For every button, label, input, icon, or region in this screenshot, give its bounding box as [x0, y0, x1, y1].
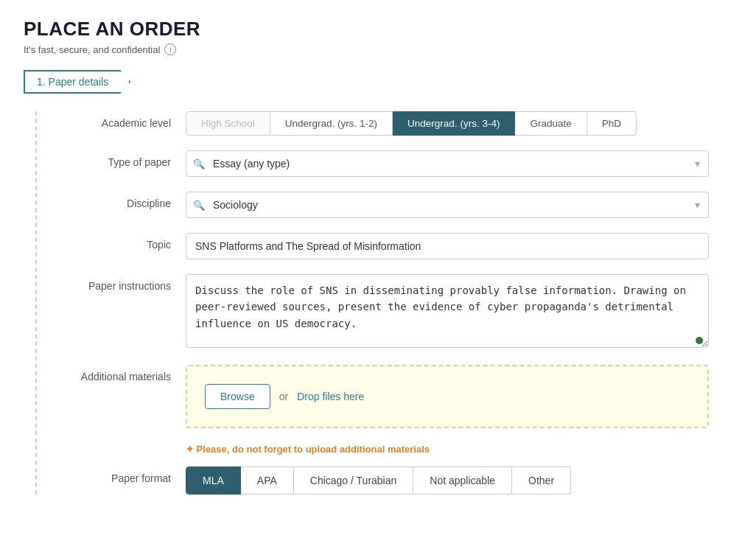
- browse-button[interactable]: Browse: [205, 384, 270, 409]
- main-container: PLACE AN ORDER It's fast, secure, and co…: [0, 0, 756, 527]
- paper-instructions-wrapper: Discuss the role of SNS in disseminating…: [186, 274, 709, 350]
- or-text: or: [279, 391, 288, 402]
- discipline-row: Discipline 🔍 Sociology History Psycholog…: [37, 192, 732, 218]
- additional-materials-row: Additional materials Browse or Drop file…: [37, 365, 732, 428]
- academic-btn-graduate[interactable]: Graduate: [515, 111, 587, 136]
- type-of-paper-label: Type of paper: [60, 150, 186, 168]
- paper-format-label: Paper format: [60, 467, 186, 484]
- discipline-select-wrapper: 🔍 Sociology History Psychology ▾: [186, 192, 709, 218]
- warning-row: ✦ Please, do not forget to upload additi…: [37, 443, 732, 455]
- additional-materials-label: Additional materials: [60, 365, 186, 382]
- academic-btn-phd[interactable]: PhD: [587, 111, 637, 136]
- format-btn-mla[interactable]: MLA: [186, 467, 241, 495]
- paper-instructions-control: Discuss the role of SNS in disseminating…: [186, 274, 709, 350]
- page-subtitle: It's fast, secure, and confidential i: [24, 43, 732, 55]
- type-of-paper-control: 🔍 Essay (any type) Research Paper Term P…: [186, 150, 709, 177]
- additional-materials-control: Browse or Drop files here: [186, 365, 709, 428]
- topic-control: [186, 233, 709, 259]
- paper-instructions-textarea[interactable]: Discuss the role of SNS in disseminating…: [186, 274, 709, 348]
- type-of-paper-search-icon: 🔍: [193, 158, 205, 170]
- discipline-control: 🔍 Sociology History Psychology ▾: [186, 192, 709, 218]
- topic-input[interactable]: [186, 233, 709, 259]
- discipline-label: Discipline: [60, 192, 186, 209]
- paper-format-buttons: MLA APA Chicago / Turabian Not applicabl…: [186, 467, 709, 495]
- type-of-paper-select-wrapper: 🔍 Essay (any type) Research Paper Term P…: [186, 150, 709, 177]
- info-icon[interactable]: i: [164, 43, 176, 55]
- topic-label: Topic: [60, 233, 186, 251]
- academic-btn-high-school[interactable]: High School: [186, 111, 270, 136]
- academic-level-control: High School Undergrad. (yrs. 1-2) Underg…: [186, 111, 709, 136]
- page-title: PLACE AN ORDER: [24, 18, 732, 41]
- format-btn-apa[interactable]: APA: [241, 467, 294, 495]
- discipline-search-icon: 🔍: [193, 200, 205, 211]
- step-header: 1. Paper details: [24, 70, 732, 94]
- form-section: Academic level High School Undergrad. (y…: [35, 111, 732, 495]
- format-btn-other[interactable]: Other: [512, 467, 571, 495]
- format-btn-chicago[interactable]: Chicago / Turabian: [294, 467, 414, 495]
- academic-btn-undergrad-3-4[interactable]: Undergrad. (yrs. 3-4): [393, 111, 515, 136]
- paper-format-control: MLA APA Chicago / Turabian Not applicabl…: [186, 467, 709, 495]
- file-upload-area: Browse or Drop files here: [186, 365, 709, 428]
- academic-level-row: Academic level High School Undergrad. (y…: [37, 111, 732, 136]
- paper-format-row: Paper format MLA APA Chicago / Turabian …: [37, 467, 732, 495]
- format-btn-not-applicable[interactable]: Not applicable: [413, 467, 512, 495]
- drop-files-text: Drop files here: [297, 391, 364, 402]
- paper-instructions-label: Paper instructions: [60, 274, 186, 292]
- discipline-select[interactable]: Sociology History Psychology: [186, 192, 709, 218]
- textarea-status-dot: [696, 337, 703, 344]
- step1-badge: 1. Paper details: [24, 70, 130, 94]
- subtitle-text: It's fast, secure, and confidential: [24, 44, 160, 55]
- type-of-paper-row: Type of paper 🔍 Essay (any type) Researc…: [37, 150, 732, 177]
- upload-warning: ✦ Please, do not forget to upload additi…: [186, 444, 430, 455]
- paper-instructions-row: Paper instructions Discuss the role of S…: [37, 274, 732, 350]
- academic-level-label: Academic level: [60, 111, 186, 129]
- academic-level-buttons: High School Undergrad. (yrs. 1-2) Underg…: [186, 111, 709, 136]
- topic-row: Topic: [37, 233, 732, 259]
- type-of-paper-select[interactable]: Essay (any type) Research Paper Term Pap…: [186, 150, 709, 177]
- academic-btn-undergrad-1-2[interactable]: Undergrad. (yrs. 1-2): [270, 111, 393, 136]
